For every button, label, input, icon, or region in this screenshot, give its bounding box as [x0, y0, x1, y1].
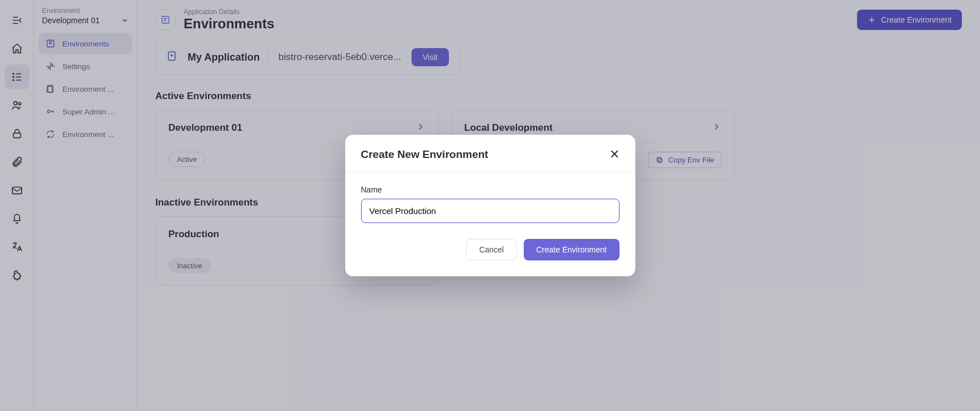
create-environment-modal: Create New Environment ✕ Name Cancel Cre… — [345, 135, 635, 276]
environment-name-input[interactable] — [361, 199, 620, 223]
name-field-label: Name — [361, 185, 620, 194]
close-icon[interactable]: ✕ — [609, 148, 620, 161]
modal-overlay[interactable]: Create New Environment ✕ Name Cancel Cre… — [0, 0, 980, 411]
cancel-button[interactable]: Cancel — [466, 239, 517, 260]
submit-create-environment-button[interactable]: Create Environment — [524, 239, 620, 260]
modal-title: Create New Environment — [361, 148, 489, 161]
